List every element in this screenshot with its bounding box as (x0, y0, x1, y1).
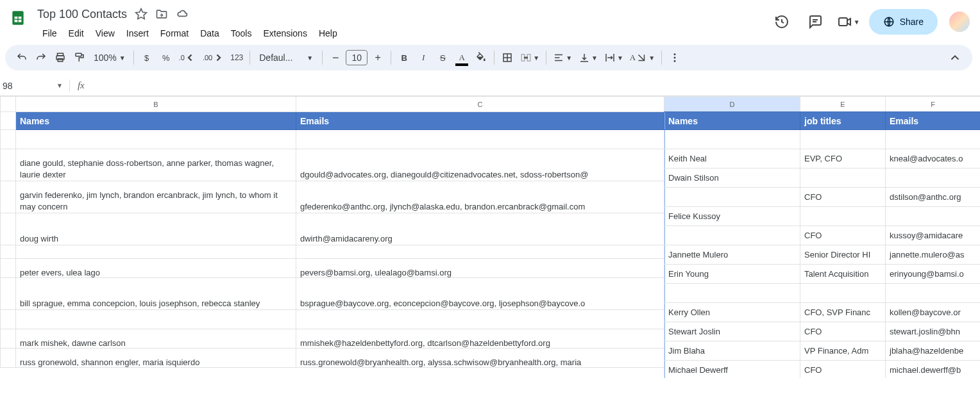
cell[interactable] (664, 226, 800, 245)
font-select[interactable]: Defaul...▼ (254, 53, 318, 63)
text-color-button[interactable]: A (453, 49, 471, 67)
menu-format[interactable]: Format (155, 26, 194, 41)
cell[interactable] (664, 188, 800, 207)
cell[interactable]: jannette.mulero@as (886, 245, 981, 265)
italic-button[interactable]: I (414, 49, 432, 67)
cell[interactable] (664, 130, 800, 149)
cell[interactable] (16, 245, 296, 259)
cell[interactable]: bill sprague, emma concepcion, louis jos… (16, 278, 296, 310)
undo-button[interactable] (13, 49, 31, 67)
header-cell-names[interactable]: Names (16, 112, 296, 130)
cell[interactable]: dwirth@amidacareny.org (296, 213, 664, 245)
cell[interactable] (16, 130, 296, 149)
header-cell-jobtitles-ov[interactable]: job titles (800, 112, 886, 130)
fill-color-button[interactable] (472, 49, 490, 67)
cell[interactable]: Stewart Joslin (664, 322, 800, 341)
cell[interactable]: garvin federenko, jim lynch, brandon erc… (16, 181, 296, 213)
col-header-D[interactable]: D (664, 97, 800, 112)
cell[interactable]: jblaha@hazeldenbe (886, 341, 981, 361)
strike-button[interactable]: S (434, 49, 452, 67)
cell[interactable]: VP Finance, Adm (800, 341, 886, 361)
cell[interactable]: CFO (800, 361, 886, 379)
cell[interactable]: EVP, CFO (800, 149, 886, 168)
sheets-logo[interactable] (5, 5, 31, 31)
cell[interactable]: michael.dewerff@b (886, 361, 981, 379)
doc-title[interactable]: Top 100 Contacts (37, 8, 127, 21)
decrease-font-button[interactable]: − (326, 49, 344, 67)
borders-button[interactable] (498, 49, 516, 67)
cell[interactable] (800, 130, 886, 149)
cloud-status-icon[interactable] (176, 8, 189, 21)
cell[interactable]: kussoy@amidacare (886, 226, 981, 245)
merge-button[interactable]: ▼ (518, 49, 542, 67)
bold-button[interactable]: B (395, 49, 413, 67)
cell[interactable]: peter evers, ulea lago (16, 259, 296, 278)
star-icon[interactable] (135, 8, 148, 21)
cell[interactable]: russ gronewold, shannon engler, maria is… (16, 349, 296, 368)
cell[interactable]: Kerry Ollen (664, 303, 800, 322)
increase-decimal-button[interactable]: .00 (200, 49, 226, 67)
cell[interactable]: Jim Blaha (664, 341, 800, 361)
menu-help[interactable]: Help (314, 26, 342, 41)
col-header-E[interactable]: E (800, 97, 886, 112)
cell[interactable]: Talent Acquisition (800, 265, 886, 284)
header-cell-emails[interactable]: Emails (296, 112, 664, 130)
cell[interactable] (296, 310, 664, 329)
meet-button[interactable]: ▼ (836, 9, 861, 35)
rotate-button[interactable]: A▼ (627, 49, 657, 67)
cell[interactable] (296, 245, 664, 259)
decrease-decimal-button[interactable]: .0 (176, 49, 199, 67)
paint-format-button[interactable] (71, 49, 89, 67)
account-avatar[interactable] (949, 12, 970, 32)
font-size-input[interactable]: 10 (346, 50, 368, 65)
formula-bar[interactable] (89, 81, 975, 91)
cell[interactable]: Dwain Stilson (664, 168, 800, 188)
cell[interactable]: Senior Director HI (800, 245, 886, 265)
cell[interactable]: dstilson@anthc.org (886, 188, 981, 207)
cell[interactable]: stewart.joslin@bhn (886, 322, 981, 341)
halign-button[interactable]: ▼ (550, 49, 575, 67)
menu-view[interactable]: View (90, 26, 120, 41)
cell[interactable]: diane gould, stephanie doss-robertson, a… (16, 149, 296, 181)
namebox-dropdown-icon[interactable]: ▼ (56, 82, 63, 89)
select-all-corner[interactable] (1, 97, 16, 112)
cell[interactable] (886, 130, 981, 149)
more-toolbar-button[interactable] (666, 49, 684, 67)
cell[interactable]: mmishek@hazeldenbettyford.org, dtcarlson… (296, 329, 664, 349)
menu-edit[interactable]: Edit (63, 26, 89, 41)
collapse-toolbar-button[interactable] (945, 49, 965, 67)
percent-button[interactable]: % (157, 49, 175, 67)
cell[interactable]: Erin Young (664, 265, 800, 284)
name-box[interactable]: 98 (0, 81, 56, 91)
cell[interactable]: Michael Dewerff (664, 361, 800, 379)
comments-icon[interactable] (802, 9, 828, 35)
cell[interactable]: Felice Kussoy (664, 207, 800, 226)
col-header-B[interactable]: B (16, 97, 296, 112)
col-header-C[interactable]: C (296, 97, 664, 112)
menu-file[interactable]: File (37, 26, 62, 41)
increase-font-button[interactable]: + (369, 49, 387, 67)
header-cell-emails2-ov[interactable]: Emails (886, 112, 981, 130)
cell[interactable] (16, 310, 296, 329)
cell[interactable]: mark mishek, dawne carlson (16, 329, 296, 349)
menu-tools[interactable]: Tools (226, 26, 257, 41)
zoom-select[interactable]: 100%▼ (90, 53, 130, 63)
header-cell-names2-ov[interactable]: Names (664, 112, 800, 130)
redo-button[interactable] (32, 49, 50, 67)
cell[interactable]: CFO (800, 226, 886, 245)
menu-data[interactable]: Data (195, 26, 224, 41)
cell[interactable]: russ.gronewold@bryanhealth.org, alyssa.s… (296, 349, 664, 368)
print-button[interactable] (51, 49, 69, 67)
cell[interactable]: erinyoung@bamsi.o (886, 265, 981, 284)
cell[interactable]: dgould@advocates.org, dianegould@citizen… (296, 149, 664, 181)
cell[interactable] (800, 284, 886, 303)
cell[interactable]: Jannette Mulero (664, 245, 800, 265)
cell[interactable]: kneal@advocates.o (886, 149, 981, 168)
cell[interactable] (886, 207, 981, 226)
move-folder-icon[interactable] (155, 8, 168, 21)
cell[interactable] (886, 284, 981, 303)
cell[interactable]: doug wirth (16, 213, 296, 245)
history-icon[interactable] (769, 9, 795, 35)
cell[interactable]: bsprague@baycove.org, econcepcion@baycov… (296, 278, 664, 310)
more-formats-button[interactable]: 123 (228, 49, 246, 67)
